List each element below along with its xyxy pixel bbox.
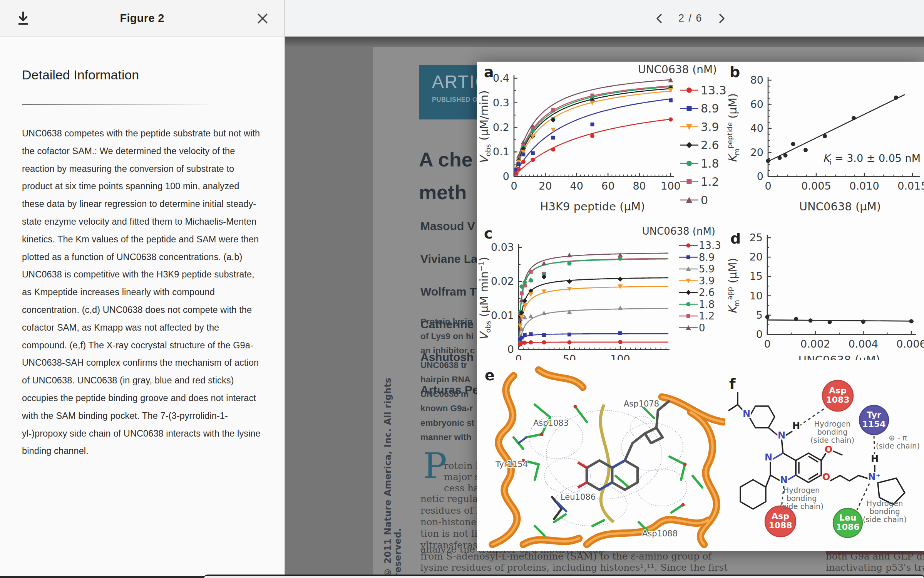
- svg-text:Vobs (µM min−1): Vobs (µM min−1): [477, 257, 492, 340]
- svg-text:Asp: Asp: [772, 511, 789, 521]
- svg-text:H: H: [871, 454, 879, 464]
- svg-text:40: 40: [570, 180, 583, 192]
- svg-text:Asp1078: Asp1078: [624, 399, 659, 408]
- svg-text:0.02: 0.02: [491, 275, 514, 287]
- svg-text:0: 0: [503, 170, 509, 182]
- svg-text:0: 0: [756, 328, 763, 340]
- svg-text:a: a: [484, 64, 494, 81]
- pdf-toolbar: 2 / 6: [285, 0, 924, 37]
- svg-text:100: 100: [661, 180, 681, 192]
- svg-text:0: 0: [757, 170, 763, 182]
- svg-text:0.3: 0.3: [493, 97, 509, 109]
- svg-text:13.3: 13.3: [701, 84, 726, 97]
- svg-text:UNC0638 (nM): UNC0638 (nM): [642, 225, 715, 237]
- svg-text:O: O: [822, 472, 830, 482]
- svg-text:1088: 1088: [768, 521, 792, 530]
- svg-text:Asp: Asp: [829, 386, 847, 395]
- svg-text:Tyr: Tyr: [867, 410, 881, 420]
- svg-text:Kmpeptide (µM): Kmpeptide (µM): [726, 93, 741, 163]
- article-abstract: Protein lysinof Lys9 on hian inhibitor c…: [420, 317, 475, 447]
- svg-text:0.2: 0.2: [493, 121, 509, 133]
- svg-text:13.3: 13.3: [699, 240, 721, 251]
- text-line: known G9a-r: [420, 403, 475, 418]
- svg-text:c: c: [484, 225, 493, 242]
- pdf-viewer-main: 2 / 6 ARTICLE PUBLISHED O A che meth Mas…: [285, 0, 924, 578]
- svg-text:1.2: 1.2: [701, 175, 719, 188]
- svg-text:Hydrogen: Hydrogen: [867, 499, 903, 508]
- text-line: of Lys9 on hi: [420, 331, 475, 346]
- svg-text:H: H: [792, 420, 800, 431]
- dropcap: P: [423, 449, 447, 484]
- copyright-sidenote: © 2011 Nature America, Inc. All rights r…: [383, 327, 403, 577]
- next-page-edge: [204, 575, 924, 578]
- svg-text:0.01: 0.01: [491, 309, 514, 321]
- svg-text:1086: 1086: [836, 522, 859, 532]
- svg-text:3.9: 3.9: [701, 120, 719, 134]
- svg-text:0.006: 0.006: [896, 338, 924, 350]
- figure-description: UNC0638 competes with the peptide substr…: [22, 125, 261, 460]
- svg-text:(side chain): (side chain): [876, 442, 920, 450]
- svg-text:20: 20: [539, 180, 552, 192]
- svg-text:1.8: 1.8: [699, 299, 715, 310]
- svg-text:8.9: 8.9: [701, 102, 719, 115]
- svg-text:0.1: 0.1: [493, 146, 509, 158]
- svg-text:1083: 1083: [826, 395, 849, 405]
- svg-text:5: 5: [756, 309, 763, 321]
- previous-page-button[interactable]: [651, 10, 668, 27]
- svg-text:8.9: 8.9: [699, 252, 715, 263]
- svg-text:UNC0638 (µM): UNC0638 (µM): [799, 200, 881, 213]
- page-navigation: 2 / 6: [651, 0, 730, 37]
- svg-text:d: d: [730, 230, 741, 247]
- svg-text:H3K9 peptide (µM): H3K9 peptide (µM): [540, 200, 645, 213]
- svg-text:Kmapp (µM): Kmapp (µM): [726, 258, 741, 314]
- section-title: Detailed Information: [22, 67, 264, 82]
- svg-text:0: 0: [507, 343, 514, 355]
- sidebar-header: Figure 2: [0, 0, 284, 37]
- svg-text:Vobs (µM/min): Vobs (µM/min): [477, 90, 492, 164]
- text-line: Wolfram T: [420, 285, 479, 318]
- text-line: manner with: [420, 432, 475, 447]
- svg-text:2.6: 2.6: [699, 287, 715, 298]
- text-line: Protein lysin: [420, 317, 475, 331]
- svg-text:15: 15: [750, 270, 763, 282]
- chevron-right-icon: [716, 13, 727, 24]
- svg-text:0.002: 0.002: [800, 338, 830, 350]
- svg-text:Asp1088: Asp1088: [642, 529, 678, 538]
- text-line: an inhibitor c: [420, 346, 475, 360]
- text-line: UNC0638 m: [420, 389, 475, 404]
- svg-text:0: 0: [765, 180, 771, 192]
- svg-text:N: N: [780, 475, 788, 486]
- svg-text:80: 80: [633, 180, 646, 192]
- next-page-button[interactable]: [713, 10, 730, 27]
- svg-text:1.2: 1.2: [699, 310, 715, 322]
- pdf-viewport[interactable]: ARTICLE PUBLISHED O A che meth Masoud VV…: [285, 37, 924, 578]
- text-line: UNC0638 tr: [420, 360, 475, 375]
- svg-text:(side chain): (side chain): [863, 515, 907, 524]
- svg-text:⊕ - π: ⊕ - π: [889, 434, 907, 442]
- svg-text:N: N: [743, 408, 750, 419]
- svg-text:UNC0638 (nM): UNC0638 (nM): [638, 63, 717, 76]
- figure-title: Figure 2: [0, 0, 284, 37]
- svg-text:Tyr1154: Tyr1154: [495, 460, 528, 469]
- page-indicator: 2 / 6: [678, 12, 703, 24]
- text-line: from S-adenosyl-ʟ-methionine (SAM) to th…: [420, 551, 825, 562]
- text-line: hairpin RNA: [420, 375, 475, 389]
- chevron-left-icon: [654, 13, 665, 24]
- svg-text:bonding: bonding: [869, 507, 900, 516]
- svg-text:Asp1083: Asp1083: [533, 418, 569, 428]
- close-icon: [253, 9, 272, 28]
- svg-text:bonding: bonding: [786, 494, 817, 503]
- svg-text:N⁺: N⁺: [868, 472, 881, 482]
- svg-text:0.015: 0.015: [897, 180, 924, 192]
- svg-text:20: 20: [750, 251, 763, 263]
- svg-text:0.004: 0.004: [849, 338, 878, 350]
- svg-text:0: 0: [511, 180, 517, 192]
- svg-text:e: e: [485, 367, 495, 384]
- figure-image-overlay: a02040608010000.10.20.30.4H3K9 peptide (…: [477, 62, 924, 551]
- close-button[interactable]: [253, 9, 272, 28]
- svg-text:N: N: [778, 430, 785, 441]
- svg-text:25: 25: [750, 232, 763, 244]
- svg-text:f: f: [729, 375, 736, 392]
- svg-text:1154: 1154: [862, 419, 886, 429]
- svg-text:0: 0: [764, 338, 770, 350]
